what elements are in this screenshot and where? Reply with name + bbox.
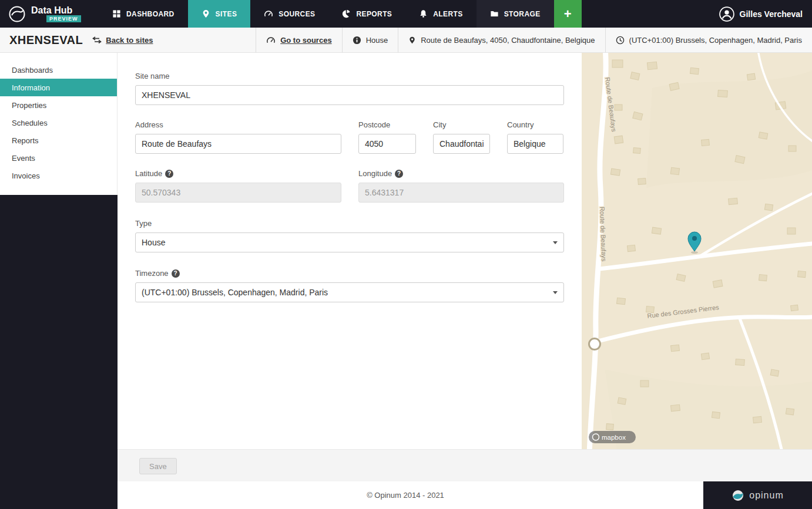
go-to-sources-label: Go to sources [280,36,331,45]
form-actions: Save [118,449,812,481]
user-menu[interactable]: Gilles Vercheval [710,0,812,28]
postcode-label: Postcode [358,120,390,129]
postcode-input[interactable] [358,134,416,154]
save-button[interactable]: Save [139,458,177,474]
brand-name: Data Hub [31,5,72,15]
sidebar-item-reports[interactable]: Reports [0,132,117,149]
site-address-summary: Route de Beaufays, 4050, Chaudfontaine, … [398,28,605,52]
address-label: Address [135,120,163,129]
site-header: XHENSEVAL Back to sites Go to sources [0,28,812,53]
latitude-input [135,183,341,203]
address-input[interactable] [135,134,341,154]
reports-icon [342,9,351,18]
nav-item-alerts[interactable]: ALERTS [405,0,476,28]
main-nav: DASHBOARD SITES SOURCES REPORTS [99,0,554,28]
timezone-help-icon[interactable]: ? [172,269,180,278]
sidebar-background [0,195,118,509]
timezone-label: Timezone [135,269,169,278]
country-label: Country [507,120,534,129]
city-label: City [433,120,446,129]
sidebar-item-dashboards[interactable]: Dashboards [0,61,117,79]
site-name-input[interactable] [135,85,564,105]
site-timezone-value: (UTC+01:00) Brussels, Copenhagen, Madrid… [629,36,802,45]
back-arrows-icon [92,36,102,43]
go-to-sources-link[interactable]: Go to sources [256,28,341,52]
opinum-brand: opinum [703,481,812,509]
mapbox-attribution[interactable]: mapbox [589,431,636,443]
site-summary: Go to sources House Route de Beaufays, 4… [256,28,812,52]
longitude-help-icon[interactable]: ? [395,170,403,178]
content-row: Site name Address Postcode [118,53,812,449]
footer: © Opinum 2014 - 2021 opinum [118,481,812,509]
mapbox-wordmark: mapbox [602,434,626,441]
sidebar-item-properties[interactable]: Properties [0,96,117,114]
datahub-logo-icon [8,5,26,23]
user-avatar-icon [719,6,734,22]
map[interactable]: Route de Beaufays Route de Beaufays Rue … [582,53,812,449]
nav-label: SITES [216,10,237,18]
back-to-sites-link[interactable]: Back to sites [92,28,153,52]
main-area: Dashboards Information Properties Schedu… [0,53,812,509]
nav-item-reports[interactable]: REPORTS [328,0,405,28]
user-name: Gilles Vercheval [740,9,803,19]
sidebar-item-schedules[interactable]: Schedules [0,114,117,132]
back-to-sites-label: Back to sites [106,36,153,45]
storage-icon [490,9,499,18]
nav-item-storage[interactable]: STORAGE [477,0,554,28]
sidebar: Dashboards Information Properties Schedu… [0,53,118,509]
latitude-label: Latitude [135,169,162,178]
location-pin-icon [408,36,416,45]
nav-label: REPORTS [356,10,392,18]
opinum-brand-text: opinum [749,490,783,501]
add-button[interactable]: + [554,0,582,28]
nav-item-sources[interactable]: SOURCES [250,0,328,28]
chevron-down-icon [553,241,558,244]
timezone-selected-value: (UTC+01:00) Brussels, Copenhagen, Madrid… [142,288,328,297]
page: Data Hub PREVIEW DASHBOARD SITES [0,0,812,509]
site-name-label: Site name [135,72,170,80]
content-column: Site name Address Postcode [118,53,812,509]
chevron-down-icon [553,291,558,294]
nav-label: SOURCES [279,10,315,18]
site-address-value: Route de Beaufays, 4050, Chaudfontaine, … [421,36,595,45]
longitude-input [358,183,564,203]
nav-item-dashboard[interactable]: DASHBOARD [99,0,188,28]
nav-label: STORAGE [504,10,541,18]
sites-icon [202,9,210,18]
type-select[interactable]: House [135,232,564,252]
opinum-logo-icon [732,489,744,502]
nav-label: DASHBOARD [126,10,175,18]
type-selected-value: House [142,238,165,247]
clock-icon [616,36,625,45]
page-title: XHENSEVAL [0,28,92,52]
brand-text: Data Hub PREVIEW [31,5,81,22]
sidebar-item-events[interactable]: Events [0,149,117,167]
timezone-select[interactable]: (UTC+01:00) Brussels, Copenhagen, Madrid… [135,282,564,302]
brand[interactable]: Data Hub PREVIEW [0,0,99,28]
country-input[interactable] [507,134,563,154]
longitude-label: Longitude [358,169,392,178]
city-input[interactable] [433,134,490,154]
site-information-form: Site name Address Postcode [118,53,582,449]
type-label: Type [135,219,152,228]
nav-item-sites[interactable]: SITES [188,0,251,28]
preview-badge: PREVIEW [46,15,81,22]
info-icon [353,36,361,45]
sources-icon [264,9,273,18]
map-canvas: Route de Beaufays Route de Beaufays Rue … [582,53,812,449]
latitude-help-icon[interactable]: ? [165,170,173,178]
alerts-icon [419,9,428,18]
sidebar-item-information[interactable]: Information [0,79,117,96]
sidebar-item-invoices[interactable]: Invoices [0,167,117,184]
site-type-value: House [366,36,388,45]
sources-icon [266,36,276,45]
copyright-text: © Opinum 2014 - 2021 [367,491,444,500]
map-roundabout [589,339,600,350]
sidebar-menu: Dashboards Information Properties Schedu… [0,53,118,195]
site-timezone-summary: (UTC+01:00) Brussels, Copenhagen, Madrid… [605,28,812,52]
nav-label: ALERTS [433,10,462,18]
dashboard-icon [112,9,121,18]
top-navigation: Data Hub PREVIEW DASHBOARD SITES [0,0,812,28]
site-type-summary: House [342,28,398,52]
